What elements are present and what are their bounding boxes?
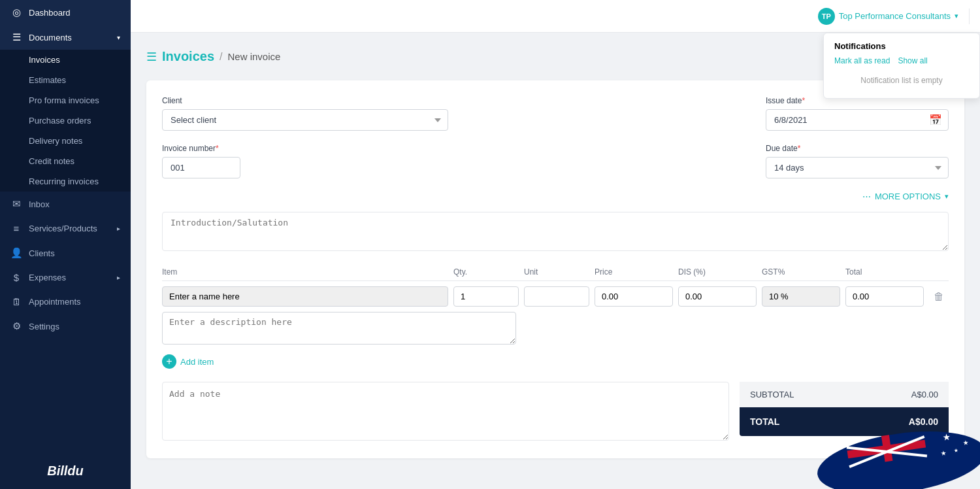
notifications-actions: Mark all as read Show all xyxy=(834,56,969,65)
sidebar-subitem-credit-notes[interactable]: Credit notes xyxy=(0,151,131,171)
col-gst: GST% xyxy=(762,267,840,277)
subtotal-value: A$0.00 xyxy=(911,390,938,399)
table-row: Enter a name here 10 % 🗑 xyxy=(162,286,949,307)
item-desc-row xyxy=(162,312,949,346)
item-qty-input[interactable] xyxy=(453,286,519,307)
notifications-panel: Notifications Mark all as read Show all … xyxy=(823,33,980,99)
sidebar: ◎ Dashboard ☰ Documents ▾ Invoices Estim… xyxy=(0,0,131,489)
sidebar-label-services: Services/Products xyxy=(29,224,97,233)
col-qty: Qty. xyxy=(453,267,519,277)
sidebar-item-settings[interactable]: ⚙ Settings xyxy=(0,314,131,339)
form-row-number-due: Invoice number* Due date* 14 days xyxy=(162,144,949,178)
calendar-icon[interactable]: 📅 xyxy=(929,114,942,126)
note-area xyxy=(162,382,729,443)
col-dis: DIS (%) xyxy=(678,267,757,277)
issue-date-input[interactable] xyxy=(766,109,949,131)
notifications-title: Notifications xyxy=(834,41,969,51)
col-item: Item xyxy=(162,267,448,277)
mark-all-read-link[interactable]: Mark all as read xyxy=(834,56,890,65)
add-item-button[interactable]: + Add item xyxy=(162,354,949,369)
documents-icon: ☰ xyxy=(10,31,22,43)
company-selector[interactable]: TP Top Performance Consultants ▾ xyxy=(818,8,958,25)
add-item-plus-icon: + xyxy=(162,354,176,369)
page-title[interactable]: Invoices xyxy=(162,49,214,64)
subtotal-label: SUBTOTAL xyxy=(750,390,794,399)
item-total-input[interactable] xyxy=(845,286,924,307)
show-all-link[interactable]: Show all xyxy=(898,56,927,65)
items-table-header: Item Qty. Unit Price DIS (%) GST% Total xyxy=(162,263,949,281)
documents-arrow-icon: ▾ xyxy=(117,34,120,41)
sidebar-item-inbox[interactable]: ✉ Inbox xyxy=(0,192,131,216)
invoice-number-group: Invoice number* xyxy=(162,144,448,178)
sidebar-label-settings: Settings xyxy=(29,322,59,331)
documents-submenu: Invoices Estimates Pro forma invoices Pu… xyxy=(0,50,131,192)
breadcrumb-separator: / xyxy=(220,51,222,63)
subtotal-row: SUBTOTAL A$0.00 xyxy=(740,382,949,407)
sidebar-item-documents[interactable]: ☰ Documents ▾ xyxy=(0,25,131,50)
sidebar-item-clients[interactable]: 👤 Clients xyxy=(0,241,131,265)
main-content: TP Top Performance Consultants ▾ Notific… xyxy=(131,0,980,489)
intro-textarea[interactable] xyxy=(162,212,949,251)
col-price: Price xyxy=(595,267,673,277)
invoice-number-input[interactable] xyxy=(162,157,240,178)
breadcrumb: ☰ Invoices / New invoice xyxy=(146,49,280,64)
item-gst-select[interactable]: 10 % xyxy=(762,286,840,307)
sidebar-item-dashboard[interactable]: ◎ Dashboard xyxy=(0,0,131,25)
item-desc-textarea[interactable] xyxy=(162,312,516,345)
delete-item-icon[interactable]: 🗑 xyxy=(929,291,949,303)
inbox-icon: ✉ xyxy=(10,198,22,210)
item-unit-input[interactable] xyxy=(524,286,589,307)
item-name-select[interactable]: Enter a name here xyxy=(162,286,448,307)
sidebar-label-documents: Documents xyxy=(29,33,72,42)
more-options-link[interactable]: ⋯ MORE OPTIONS ▾ xyxy=(162,192,949,201)
expenses-icon: $ xyxy=(10,272,22,283)
sidebar-subitem-purchase-orders[interactable]: Purchase orders xyxy=(0,110,131,131)
client-select[interactable]: Select client xyxy=(162,109,448,131)
sidebar-subitem-delivery-notes[interactable]: Delivery notes xyxy=(0,131,131,151)
invoice-form: Client Select client Issue date* 📅 xyxy=(146,80,964,458)
company-dropdown-icon: ▾ xyxy=(955,12,958,20)
appointments-icon: 🗓 xyxy=(10,296,22,307)
more-options-label: MORE OPTIONS xyxy=(875,192,941,201)
add-item-label: Add item xyxy=(180,357,214,367)
sidebar-subitem-estimates[interactable]: Estimates xyxy=(0,70,131,90)
billdu-logo: Billdu xyxy=(0,453,131,489)
breadcrumb-subtitle: New invoice xyxy=(228,51,281,62)
breadcrumb-icon: ☰ xyxy=(146,50,157,64)
issue-date-group: Issue date* 📅 xyxy=(766,96,949,131)
sidebar-subitem-proforma[interactable]: Pro forma invoices xyxy=(0,90,131,110)
dashboard-icon: ◎ xyxy=(10,7,22,18)
sidebar-label-clients: Clients xyxy=(29,248,55,258)
sidebar-label-inbox: Inbox xyxy=(29,199,50,209)
page-content: ☰ Invoices / New invoice Back Save Clien… xyxy=(131,33,980,489)
total-row: TOTAL A$0.00 xyxy=(740,407,949,436)
sidebar-subitem-invoices[interactable]: Invoices xyxy=(0,50,131,70)
sidebar-item-expenses[interactable]: $ Expenses ▸ xyxy=(0,265,131,290)
sidebar-item-services[interactable]: ≡ Services/Products ▸ xyxy=(0,216,131,241)
client-label: Client xyxy=(162,96,448,105)
invoice-number-label: Invoice number* xyxy=(162,144,448,153)
more-options-arrow: ▾ xyxy=(945,192,949,201)
sidebar-item-appointments[interactable]: 🗓 Appointments xyxy=(0,290,131,314)
more-options-icon: ⋯ xyxy=(862,192,871,201)
item-gst-wrap: 10 % xyxy=(762,286,840,307)
sidebar-subitem-recurring[interactable]: Recurring invoices xyxy=(0,171,131,192)
issue-date-wrap: 📅 xyxy=(766,109,949,131)
sidebar-label-appointments: Appointments xyxy=(29,297,81,307)
due-date-select[interactable]: 14 days xyxy=(766,157,949,178)
total-value: A$0.00 xyxy=(909,416,938,427)
due-date-group: Due date* 14 days xyxy=(766,144,949,178)
bottom-section: SUBTOTAL A$0.00 TOTAL A$0.00 xyxy=(162,382,949,443)
expenses-arrow-icon: ▸ xyxy=(117,274,120,281)
item-price-input[interactable] xyxy=(595,286,673,307)
topbar-divider xyxy=(969,8,970,24)
item-name-wrap: Enter a name here xyxy=(162,286,448,307)
note-textarea[interactable] xyxy=(162,382,729,441)
item-dis-input[interactable] xyxy=(678,286,757,307)
company-badge: TP xyxy=(818,8,835,25)
topbar: TP Top Performance Consultants ▾ Notific… xyxy=(131,0,980,33)
sidebar-label-expenses: Expenses xyxy=(29,273,66,282)
sidebar-label-dashboard: Dashboard xyxy=(29,8,71,18)
form-row-client-date: Client Select client Issue date* 📅 xyxy=(162,96,949,131)
settings-icon: ⚙ xyxy=(10,320,22,332)
